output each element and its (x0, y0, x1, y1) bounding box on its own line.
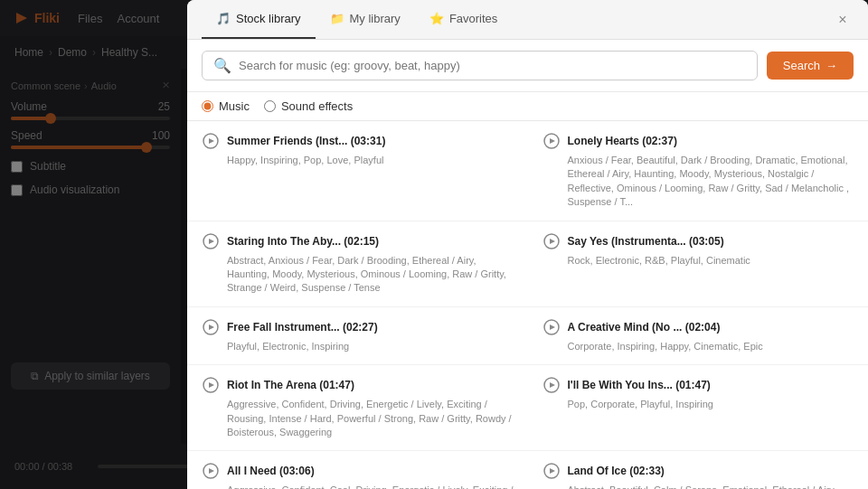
track-tags: Abstract, Beautiful, Calm / Serene, Emot… (568, 484, 854, 489)
track-title-row: Lonely Hearts (02:37) (542, 132, 854, 150)
search-arrow-icon: → (826, 59, 837, 72)
favorites-icon: ⭐ (429, 12, 444, 25)
svg-marker-18 (209, 468, 214, 474)
track-title-row: Staring Into The Aby... (02:15) (202, 232, 514, 250)
music-radio[interactable]: Music (202, 99, 250, 113)
track-title-row: Free Fall Instrument... (02:27) (202, 318, 514, 336)
sfx-radio[interactable]: Sound effects (264, 99, 353, 113)
track-tags: Happy, Inspiring, Pop, Love, Playful (227, 154, 514, 167)
tab-my-library[interactable]: 📁 My library (316, 0, 415, 39)
filter-radio-group: Music Sound effects (187, 92, 868, 121)
track-list: Summer Friends (Inst... (03:31)Happy, In… (187, 121, 868, 489)
svg-marker-16 (550, 382, 555, 388)
track-tags: Abstract, Anxious / Fear, Dark / Broodin… (227, 254, 514, 296)
track-item[interactable]: Land Of Ice (02:33)Abstract, Beautiful, … (528, 451, 869, 489)
svg-marker-4 (550, 138, 555, 144)
track-tags: Anxious / Fear, Beautiful, Dark / Broodi… (568, 154, 854, 210)
track-tags: Playful, Electronic, Inspiring (227, 340, 514, 353)
track-title-row: Riot In The Arena (01:47) (202, 376, 514, 394)
svg-marker-14 (209, 382, 214, 388)
track-title: Land Of Ice (02:33) (568, 465, 665, 477)
track-title: Staring Into The Aby... (02:15) (227, 235, 379, 248)
track-item[interactable]: Say Yes (Instrumenta... (03:05)Rock, Ele… (528, 221, 869, 307)
track-tags: Corporate, Inspiring, Happy, Cinematic, … (568, 340, 854, 353)
search-bar: 🔍 Search → (187, 40, 868, 92)
search-input[interactable] (239, 59, 746, 72)
tab-stock-library[interactable]: 🎵 Stock library (202, 0, 316, 39)
search-icon: 🔍 (213, 57, 231, 74)
track-tags: Rock, Electronic, R&B, Playful, Cinemati… (568, 254, 854, 268)
my-library-icon: 📁 (330, 12, 344, 25)
track-play-icon[interactable] (202, 232, 220, 250)
search-button[interactable]: Search → (767, 52, 854, 80)
track-title: Free Fall Instrument... (02:27) (227, 321, 378, 334)
modal-close-button[interactable]: × (832, 9, 854, 31)
svg-marker-10 (209, 324, 214, 330)
track-play-icon[interactable] (542, 376, 561, 394)
track-title: Riot In The Arena (01:47) (227, 379, 354, 391)
track-item[interactable]: A Creative Mind (No ... (02:04)Corporate… (528, 307, 869, 365)
track-title: I'll Be With You Ins... (01:47) (568, 379, 711, 391)
track-play-icon[interactable] (542, 318, 561, 336)
track-play-icon[interactable] (202, 132, 220, 150)
track-play-icon[interactable] (542, 232, 561, 250)
track-tags: Pop, Corporate, Playful, Inspiring (568, 398, 854, 411)
svg-marker-6 (209, 239, 214, 244)
track-title: All I Need (03:06) (227, 465, 315, 477)
track-item[interactable]: Staring Into The Aby... (02:15)Abstract,… (187, 221, 528, 307)
track-play-icon[interactable] (542, 462, 561, 480)
track-title-row: A Creative Mind (No ... (02:04) (542, 318, 854, 336)
track-item[interactable]: Riot In The Arena (01:47)Aggressive, Con… (187, 365, 528, 451)
track-title-row: Summer Friends (Inst... (03:31) (202, 132, 514, 150)
track-item[interactable]: Lonely Hearts (02:37)Anxious / Fear, Bea… (528, 121, 869, 221)
track-play-icon[interactable] (202, 376, 220, 394)
track-play-icon[interactable] (202, 462, 220, 480)
track-title: Say Yes (Instrumenta... (03:05) (568, 235, 724, 248)
track-tags: Aggressive, Confident, Driving, Energeti… (227, 398, 514, 439)
track-title-row: Say Yes (Instrumenta... (03:05) (542, 232, 854, 250)
track-item[interactable]: I'll Be With You Ins... (01:47)Pop, Corp… (528, 365, 869, 451)
track-title-row: I'll Be With You Ins... (01:47) (542, 376, 854, 394)
track-item[interactable]: Free Fall Instrument... (02:27)Playful, … (187, 307, 528, 365)
svg-marker-12 (550, 324, 555, 330)
track-title-row: All I Need (03:06) (202, 462, 514, 480)
track-tags: Aggressive, Confident, Cool, Driving, En… (227, 484, 514, 489)
track-play-icon[interactable] (542, 132, 561, 150)
track-item[interactable]: All I Need (03:06)Aggressive, Confident,… (187, 451, 528, 489)
svg-marker-2 (209, 138, 214, 144)
track-title: Summer Friends (Inst... (03:31) (227, 135, 385, 147)
track-item[interactable]: Summer Friends (Inst... (03:31)Happy, In… (187, 121, 528, 221)
tab-favorites[interactable]: ⭐ Favorites (415, 0, 512, 39)
svg-marker-8 (550, 239, 555, 244)
search-input-wrap: 🔍 (202, 51, 758, 80)
track-title: A Creative Mind (No ... (02:04) (568, 321, 721, 334)
music-modal: 🎵 Stock library 📁 My library ⭐ Favorites… (187, 0, 868, 489)
stock-icon: 🎵 (216, 12, 231, 25)
svg-marker-20 (550, 468, 555, 474)
track-title-row: Land Of Ice (02:33) (542, 462, 854, 480)
track-play-icon[interactable] (202, 318, 220, 336)
modal-header: 🎵 Stock library 📁 My library ⭐ Favorites… (187, 0, 868, 40)
track-title: Lonely Hearts (02:37) (568, 135, 677, 147)
